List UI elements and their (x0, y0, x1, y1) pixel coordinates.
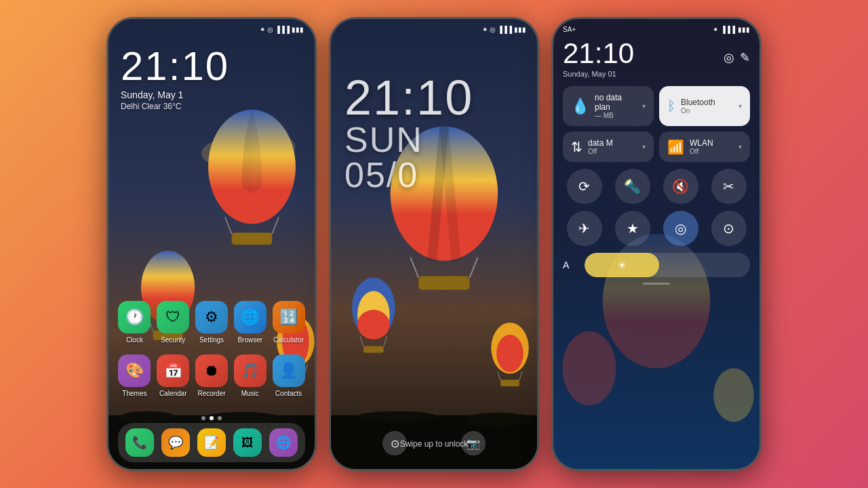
phone3-control: SA+ ⁕ ▐▐▐ ▮▮▮ 21:10 Sunday, May 01 ◎ ✎ (551, 17, 762, 471)
btn-flashlight[interactable]: 🔦 (615, 169, 650, 204)
control-panel: SA+ ⁕ ▐▐▐ ▮▮▮ 21:10 Sunday, May 01 ◎ ✎ (553, 19, 760, 291)
bluetooth-tile-sub: On (681, 107, 715, 115)
btn-star[interactable]: ★ (615, 211, 650, 246)
btn-screen-record[interactable]: ⊙ (711, 211, 747, 246)
wlan-tile-sub: Off (690, 148, 713, 155)
ctrl-date-icons: ◎ ✎ (724, 50, 750, 65)
ctrl-edit-icon[interactable]: ✎ (740, 50, 750, 65)
mobile-data-icon: 💧 (571, 98, 589, 115)
brightness-row: A ☀ (563, 253, 750, 277)
btn-airplane[interactable]: ✈ (567, 211, 602, 246)
btn-screenshot[interactable]: ✂ (711, 169, 747, 204)
phone2-date: 05/0 (344, 157, 473, 192)
ctrl-bluetooth-icon: ⁕ (713, 26, 718, 33)
svg-point-42 (713, 368, 753, 422)
brightness-fill: ☀ (585, 253, 659, 277)
ctrl-time: 21:10 (563, 37, 634, 70)
ctrl-battery-icon: ▮▮▮ (738, 26, 750, 33)
phone1-weather: Delhi Clear 36°C (121, 102, 315, 111)
phone2-time-block: 21:10 SUN 05/0 (331, 73, 473, 192)
scroll-indicator (563, 283, 750, 285)
phone1-home: ⁕ ◎ ▐▐▐ ▮▮▮ 21:10 Sunday, May 1 Delhi Cl… (106, 17, 317, 471)
svg-point-41 (562, 331, 616, 405)
btn-volume[interactable]: 🔇 (663, 169, 698, 204)
signal-icon: ▐▐▐ (498, 26, 512, 33)
data-tile-sub: Off (588, 148, 613, 155)
tile3-expand-icon: ▾ (642, 143, 646, 150)
quick-buttons-row1: ⟳ 🔦 🔇 ✂ (563, 169, 750, 204)
phone2-status-bar: ⁕ ◎ ▐▐▐ ▮▮▮ (331, 26, 537, 33)
wlan-tile-icon: 📶 (667, 139, 684, 155)
ctrl-time-row: 21:10 Sunday, May 01 ◎ ✎ (563, 37, 750, 78)
tile-bluetooth[interactable]: ᛒ Bluetooth On ▾ (659, 86, 750, 126)
data-tile-icon: ⇅ (571, 139, 583, 155)
bluetooth-icon: ⁕ (482, 26, 488, 33)
tile4-expand-icon: ▾ (738, 143, 742, 150)
bluetooth-icon: ⁕ (260, 26, 265, 33)
phone1-time: 21:10 (121, 46, 315, 87)
battery-icon: ▮▮▮ (292, 26, 304, 33)
bluetooth-tile-icon: ᛒ (667, 98, 675, 114)
ctrl-status-bar: SA+ ⁕ ▐▐▐ ▮▮▮ (563, 26, 750, 33)
phone1-time-block: 21:10 Sunday, May 1 Delhi Clear 36°C (108, 46, 315, 111)
tile-wlan[interactable]: 📶 WLAN Off ▾ (659, 131, 750, 162)
phone2-day: SUN (344, 122, 473, 157)
carrier-label: SA+ (563, 26, 576, 33)
tile-mobile-data[interactable]: 💧 no data plan — MB ▾ (563, 86, 654, 126)
bluetooth-tile-label: Bluetooth (681, 98, 715, 107)
ctrl-date: Sunday, May 01 (563, 70, 634, 78)
mobile-data-sub: — MB (595, 112, 637, 119)
battery-icon: ▮▮▮ (514, 26, 526, 33)
mobile-data-label: no data plan (595, 93, 637, 112)
data-tile-label: data M (588, 138, 613, 148)
wlan-tile-label: WLAN (690, 138, 713, 148)
brightness-bar[interactable]: ☀ (585, 253, 750, 277)
tile1-expand-icon: ▾ (642, 102, 646, 110)
quick-tiles: 💧 no data plan — MB ▾ ᛒ Bluetooth On ▾ (563, 86, 750, 162)
phone2-main: 21:10 SUN 05/0 (331, 19, 537, 469)
btn-location[interactable]: ◎ (663, 211, 698, 246)
phone1-main: 21:10 Sunday, May 1 Delhi Clear 36°C (108, 19, 315, 469)
ctrl-timer-icon[interactable]: ◎ (724, 50, 734, 65)
location-icon: ◎ (267, 26, 273, 33)
ctrl-signal-icon: ▐▐▐ (721, 26, 735, 33)
tile2-expand-icon: ▾ (738, 102, 742, 110)
brightness-sun-icon: ☀ (617, 259, 627, 272)
phone1-status-bar: ⁕ ◎ ▐▐▐ ▮▮▮ (108, 26, 315, 33)
tile-data[interactable]: ⇅ data M Off ▾ (563, 131, 654, 162)
scroll-bar (643, 283, 670, 285)
btn-rotate[interactable]: ⟳ (567, 169, 602, 204)
phone1-date: Sunday, May 1 (121, 89, 315, 100)
quick-buttons-row2: ✈ ★ ◎ ⊙ (563, 211, 750, 246)
phone2-lock: ⁕ ◎ ▐▐▐ ▮▮▮ 21:10 SUN 05/0 ⊙ 📷 Swipe up … (329, 17, 539, 471)
phone2-time: 21:10 (344, 73, 473, 122)
signal-icon: ▐▐▐ (275, 26, 290, 33)
font-size-icon: A (563, 260, 579, 270)
location-icon: ◎ (490, 26, 496, 33)
